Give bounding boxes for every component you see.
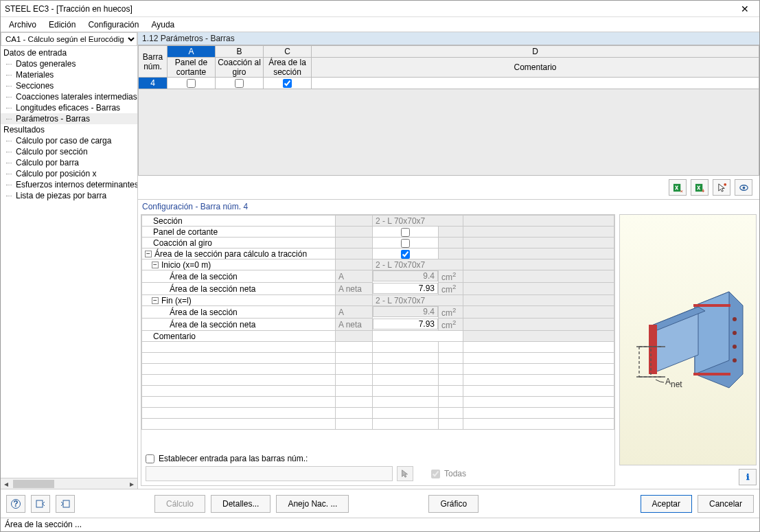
detalles-button[interactable]: Detalles... bbox=[211, 495, 270, 513]
tree-seccion[interactable]: Cálculo por sección bbox=[1, 146, 137, 157]
row-d[interactable] bbox=[312, 78, 759, 89]
menu-edicion[interactable]: Edición bbox=[43, 19, 81, 31]
svg-rect-20 bbox=[36, 500, 43, 507]
help-button[interactable]: ? bbox=[6, 495, 25, 513]
pick-icon[interactable] bbox=[713, 179, 730, 196]
row-num[interactable]: 4 bbox=[139, 78, 168, 89]
section-graphic: A net bbox=[619, 214, 757, 465]
d-coac-check[interactable] bbox=[401, 239, 410, 248]
tree-hscroll[interactable]: ◂▸ bbox=[1, 478, 137, 489]
svg-text:net: net bbox=[671, 380, 682, 389]
col-c[interactable]: C bbox=[264, 46, 312, 58]
col-a[interactable]: A bbox=[168, 46, 216, 58]
prev-button[interactable] bbox=[31, 495, 50, 513]
d-area-check[interactable] bbox=[401, 250, 410, 259]
menubar: Archivo Edición Configuración Ayuda bbox=[1, 17, 759, 32]
anejo-button[interactable]: Anejo Nac. ... bbox=[276, 495, 349, 513]
establecer-label: Establecer entrada para las barras núm.: bbox=[159, 454, 308, 463]
svg-point-10 bbox=[733, 331, 737, 335]
d-fin[interactable]: −Fin (x=l) bbox=[142, 295, 336, 306]
tree-param[interactable]: Parámetros - Barras bbox=[1, 113, 137, 124]
col-c2[interactable]: Área de la sección bbox=[264, 58, 312, 78]
col-num[interactable]: Barra núm. bbox=[139, 46, 168, 78]
svg-point-9 bbox=[733, 317, 737, 321]
tree-barra[interactable]: Cálculo por barra bbox=[1, 157, 137, 168]
pick-bars-icon[interactable] bbox=[397, 466, 413, 481]
status-bar: Área de la sección ... bbox=[1, 518, 759, 531]
nav-tree: Datos de entrada Datos generales Materia… bbox=[1, 46, 137, 478]
col-b2[interactable]: Coacción al giro bbox=[216, 58, 264, 78]
area-seccion-check[interactable] bbox=[283, 79, 292, 88]
panel-cortante-check[interactable] bbox=[187, 79, 196, 88]
svg-text:?: ? bbox=[13, 499, 18, 509]
coaccion-giro-check[interactable] bbox=[235, 79, 244, 88]
svg-text:A: A bbox=[665, 377, 671, 386]
d-panel: Panel de cortante bbox=[142, 227, 336, 238]
svg-point-11 bbox=[733, 345, 737, 349]
menu-ayuda[interactable]: Ayuda bbox=[146, 19, 180, 31]
details-grid[interactable]: Sección2 - L 70x70x7 Panel de cortante C… bbox=[141, 215, 614, 430]
col-b[interactable]: B bbox=[216, 46, 264, 58]
svg-rect-21 bbox=[63, 500, 69, 507]
d-seccion-val: 2 - L 70x70x7 bbox=[373, 216, 463, 227]
window-title: STEEL EC3 - [Tracción en huecos] bbox=[5, 4, 735, 14]
d-inicio[interactable]: −Inicio (x=0 m) bbox=[142, 259, 336, 270]
row-c[interactable] bbox=[264, 78, 312, 89]
calc-select[interactable]: CA1 - Cálculo según el Eurocódigo 3 bbox=[1, 32, 137, 46]
svg-point-2 bbox=[724, 183, 726, 185]
next-button[interactable] bbox=[56, 495, 75, 513]
col-d2[interactable]: Comentario bbox=[312, 58, 759, 78]
grafico-button[interactable]: Gráfico bbox=[428, 495, 479, 513]
import-excel-icon[interactable] bbox=[691, 179, 709, 196]
row-a[interactable] bbox=[168, 78, 216, 89]
todas-check[interactable] bbox=[431, 470, 440, 478]
aceptar-button[interactable]: Aceptar bbox=[641, 495, 692, 513]
cancelar-button[interactable]: Cancelar bbox=[698, 495, 754, 513]
d-seccion: Sección bbox=[142, 216, 336, 227]
tree-coac[interactable]: Coacciones laterales intermedias bbox=[1, 91, 137, 102]
tree-res[interactable]: Resultados bbox=[1, 124, 137, 135]
info-button[interactable]: ℹ bbox=[739, 469, 757, 485]
tree-posx[interactable]: Cálculo por posición x bbox=[1, 168, 137, 179]
tree-datos[interactable]: Datos de entrada bbox=[1, 47, 137, 58]
establecer-check[interactable] bbox=[146, 454, 154, 463]
close-icon[interactable]: ✕ bbox=[735, 3, 755, 14]
table-row: 4 bbox=[139, 78, 759, 89]
view-icon[interactable] bbox=[735, 179, 752, 196]
menu-archivo[interactable]: Archivo bbox=[3, 19, 42, 31]
params-grid[interactable]: Barra núm. A B C D Panel de cortante Coa… bbox=[138, 45, 759, 89]
calculo-button[interactable]: Cálculo bbox=[154, 495, 205, 513]
details-title: Configuración - Barra núm. 4 bbox=[138, 200, 759, 214]
menu-config[interactable]: Configuración bbox=[82, 19, 144, 31]
col-a2[interactable]: Panel de cortante bbox=[168, 58, 216, 78]
tree-caso[interactable]: Cálculo por caso de carga bbox=[1, 135, 137, 146]
tree-materiales[interactable]: Materiales bbox=[1, 69, 137, 80]
svg-rect-7 bbox=[693, 304, 730, 307]
row-b[interactable] bbox=[216, 78, 264, 89]
export-excel-icon[interactable] bbox=[669, 179, 687, 196]
tree-esf[interactable]: Esfuerzos internos determinantes p bbox=[1, 179, 137, 190]
d-panel-check[interactable] bbox=[401, 228, 410, 237]
svg-rect-15 bbox=[649, 325, 657, 374]
tree-secciones[interactable]: Secciones bbox=[1, 80, 137, 91]
svg-rect-8 bbox=[693, 373, 730, 375]
todas-label: Todas bbox=[444, 469, 466, 478]
tree-generales[interactable]: Datos generales bbox=[1, 58, 137, 69]
svg-point-4 bbox=[742, 186, 745, 189]
col-d[interactable]: D bbox=[312, 46, 759, 58]
tree-lista[interactable]: Lista de piezas por barra bbox=[1, 190, 137, 201]
section-title: 1.12 Parámetros - Barras bbox=[138, 32, 759, 45]
tree-long[interactable]: Longitudes eficaces - Barras bbox=[1, 102, 137, 113]
svg-point-12 bbox=[733, 358, 737, 362]
d-coac: Coacción al giro bbox=[142, 238, 336, 248]
d-area[interactable]: −Área de la sección para cálculo a tracc… bbox=[142, 248, 336, 259]
barras-input[interactable] bbox=[146, 466, 393, 481]
